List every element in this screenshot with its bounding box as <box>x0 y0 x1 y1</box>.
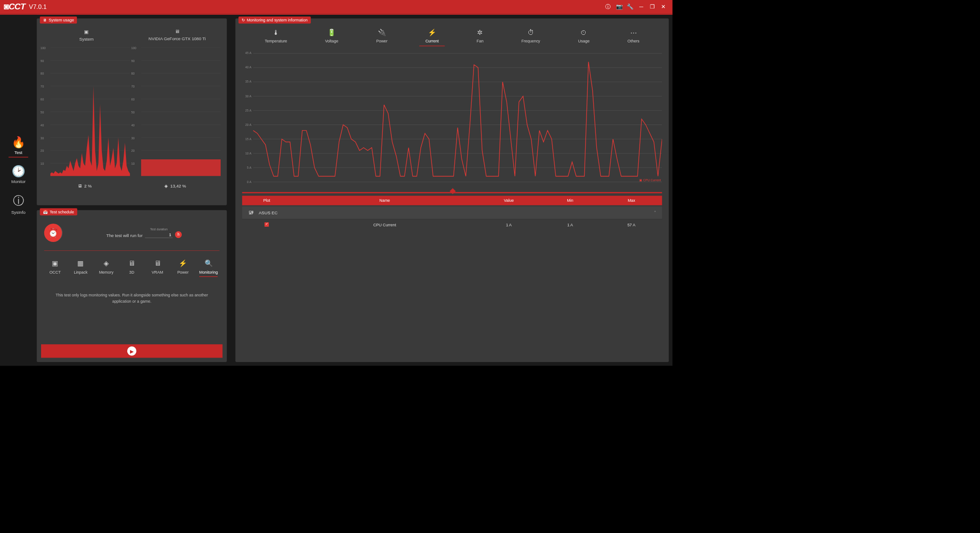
app-logo: ◙CCT <box>4 2 25 12</box>
svg-text:0 A: 0 A <box>247 180 251 183</box>
usage-tab-system[interactable]: ▣ System <box>41 26 132 45</box>
vram-icon: 🖥 <box>154 259 161 267</box>
panel-title: Monitoring and system information <box>247 18 307 22</box>
test-type-linpack[interactable]: ▦Linpack <box>68 259 93 277</box>
th-plot: Plot <box>242 198 291 203</box>
svg-text:25 A: 25 A <box>245 109 251 112</box>
plot-checkbox[interactable] <box>264 222 269 227</box>
test-type-vram[interactable]: 🖥VRAM <box>145 259 170 277</box>
monitor-tab-voltage[interactable]: 🔋Voltage <box>319 28 344 46</box>
svg-text:35 A: 35 A <box>245 80 251 83</box>
sidebar: 🔥 Test 🕑 Monitor ⓘ SysInfo <box>0 15 37 366</box>
fan-icon: ✲ <box>477 29 482 37</box>
th-min: Min <box>540 198 601 203</box>
cpu-usage-value: 🖥2 % <box>78 183 92 188</box>
sidebar-item-monitor[interactable]: 🕑 Monitor <box>0 160 37 189</box>
timeline-slider[interactable] <box>242 192 662 193</box>
eraser-icon: ◈ <box>104 259 109 267</box>
title-bar: ◙CCT V7.0.1 ⓘ 📷 🔧 ─ ❐ ✕ <box>0 0 673 13</box>
usage-tab-gpu[interactable]: 🖥 NVIDIA GeForce GTX 1080 Ti <box>132 26 222 45</box>
test-description: This test only logs monitoring values. R… <box>41 283 222 313</box>
chip-icon: ▣ <box>41 29 132 35</box>
duration-input[interactable] <box>145 232 173 238</box>
motherboard-icon: 🖳 <box>248 209 254 216</box>
usage-tab-label: NVIDIA GeForce GTX 1080 Ti <box>149 36 206 41</box>
eraser-icon: ◈ <box>164 183 168 188</box>
monitoring-panel: ↻ Monitoring and system information 🌡Tem… <box>235 18 669 362</box>
table-group-row[interactable]: 🖳 ASUS EC ˄ <box>242 206 662 219</box>
gauge2-icon: ⏲ <box>580 29 587 37</box>
svg-text:▣ CPU Current: ▣ CPU Current <box>639 179 661 182</box>
panel-title: Test schedule <box>50 209 74 214</box>
timeline-handle[interactable] <box>450 188 456 194</box>
svg-text:30 A: 30 A <box>245 95 251 98</box>
monitor-tab-label: Others <box>628 38 640 43</box>
table-row[interactable]: CPU Current 1 A 1 A 57 A <box>242 219 662 231</box>
th-value: Value <box>478 198 539 203</box>
mem-usage-value: ◈13,42 % <box>164 183 186 188</box>
test-type-label: Linpack <box>74 270 88 275</box>
test-type-label: Power <box>177 270 188 275</box>
app-version: V7.0.1 <box>29 3 47 10</box>
monitor-icon: 🖥 <box>43 18 47 22</box>
info-circle-icon: ⓘ <box>13 194 24 209</box>
sidebar-item-label: Monitor <box>11 179 25 184</box>
monitor-tab-current[interactable]: ⚡Current <box>419 28 445 46</box>
alarm-button[interactable]: ⏰ <box>44 224 63 242</box>
sidebar-item-label: SysInfo <box>11 210 25 215</box>
panel-tag: 📅 Test schedule <box>40 208 77 216</box>
monitor-tab-others[interactable]: ⋯Others <box>621 28 645 46</box>
usage-tab-label: System <box>79 37 93 42</box>
test-type-label: 3D <box>129 270 134 275</box>
chip-icon: ▣ <box>52 259 58 267</box>
svg-text:20 A: 20 A <box>245 123 251 126</box>
row-value: 1 A <box>478 223 539 227</box>
sidebar-item-sysinfo[interactable]: ⓘ SysInfo <box>0 189 37 220</box>
sidebar-item-test[interactable]: 🔥 Test <box>0 131 37 160</box>
minimize-icon[interactable]: ─ <box>636 1 647 12</box>
test-type-occt[interactable]: ▣OCCT <box>43 259 67 277</box>
play-button[interactable]: ▶ <box>41 344 222 358</box>
gauge-icon: 🕑 <box>12 165 25 178</box>
divider <box>44 250 220 251</box>
test-type-power[interactable]: ⚡Power <box>171 259 195 277</box>
fire-icon: 🔥 <box>12 136 25 149</box>
calendar-icon: 📅 <box>43 209 48 214</box>
test-type-label: Monitoring <box>199 270 218 275</box>
th-max: Max <box>601 198 662 203</box>
test-type-3d[interactable]: 🖥3D <box>120 259 144 277</box>
system-usage-chart: 102030405060708090100 <box>41 45 132 180</box>
current-icon: ⚡ <box>428 29 436 37</box>
gpu-icon: 🖥 <box>128 259 135 267</box>
battery-icon: 🔋 <box>327 29 336 37</box>
panel-tag: ↻ Monitoring and system information <box>239 17 311 24</box>
chip2-icon: ▦ <box>77 259 84 267</box>
monitor-tab-label: Current <box>425 38 439 43</box>
more-icon: ⋯ <box>630 29 637 37</box>
svg-text:40 A: 40 A <box>245 66 251 69</box>
table-header: Plot Name Value Min Max <box>242 196 662 205</box>
close-icon[interactable]: ✕ <box>658 1 669 12</box>
camera-icon[interactable]: 📷 <box>614 1 625 12</box>
test-type-label: Memory <box>99 270 113 275</box>
monitor-tab-fan[interactable]: ✲Fan <box>470 28 490 46</box>
duration-unit-button[interactable]: h <box>175 231 182 238</box>
system-usage-panel: 🖥 System usage ▣ System 🖥 NVIDIA GeForce… <box>37 18 226 205</box>
current-chart: 0 A5 A10 A15 A20 A25 A30 A35 A40 A45 A▣ … <box>242 52 662 187</box>
monitor-tab-power[interactable]: 🔌Power <box>370 28 394 46</box>
maximize-icon[interactable]: ❐ <box>647 1 658 12</box>
monitor-tab-usage[interactable]: ⏲Usage <box>572 28 595 46</box>
test-type-monitoring[interactable]: 🔍Monitoring <box>196 259 221 277</box>
monitor-tab-label: Frequency <box>521 38 540 43</box>
monitor-tab-label: Voltage <box>325 38 339 43</box>
test-type-memory[interactable]: ◈Memory <box>94 259 118 277</box>
duration-label: Test duration <box>150 228 168 231</box>
monitor-tab-frequency[interactable]: ⏱Frequency <box>515 28 546 46</box>
test-schedule-panel: 📅 Test schedule ⏰ The test will run for … <box>37 210 226 362</box>
info-icon[interactable]: ⓘ <box>603 1 614 12</box>
schedule-run-text: The test will run for <box>106 233 142 238</box>
monitor-tab-temperature[interactable]: 🌡Temperature <box>259 28 293 46</box>
panel-title: System usage <box>49 18 74 22</box>
panel-tag: 🖥 System usage <box>40 17 77 24</box>
wrench-icon[interactable]: 🔧 <box>624 1 636 12</box>
